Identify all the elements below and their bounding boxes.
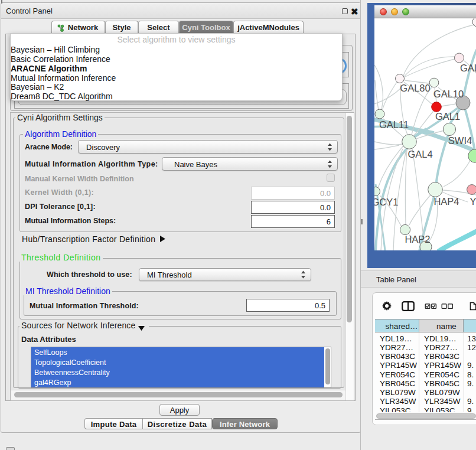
- svg-text:GCY1: GCY1: [374, 197, 398, 207]
- svg-text:GAL4: GAL4: [407, 149, 432, 159]
- svg-text:GAL11: GAL11: [379, 119, 409, 130]
- svg-text:Y: Y: [470, 196, 476, 207]
- svg-text:GAL1: GAL1: [435, 111, 460, 122]
- svg-text:HAP2: HAP2: [405, 234, 430, 244]
- svg-text:GAL7: GAL7: [460, 63, 476, 73]
- svg-text:SWI4: SWI4: [448, 135, 472, 146]
- svg-text:HAP4: HAP4: [433, 196, 459, 207]
- svg-text:GAL80: GAL80: [400, 83, 430, 93]
- svg-text:GAL10: GAL10: [433, 89, 464, 99]
